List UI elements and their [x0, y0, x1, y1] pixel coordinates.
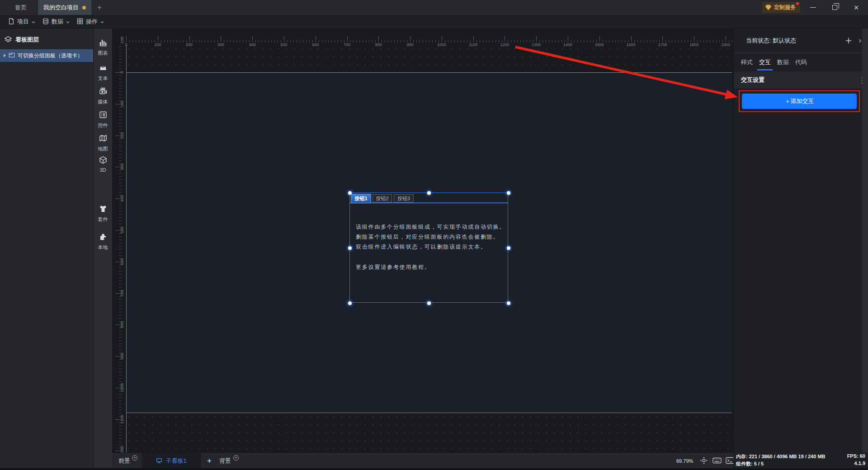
- local-icon: [99, 233, 107, 243]
- selection-handle[interactable]: [427, 301, 431, 305]
- tab-project-label: 我的空白项目: [43, 4, 79, 12]
- current-state-row: 当前状态: 默认状态: [734, 28, 868, 53]
- menu-data-label: 数据: [52, 18, 63, 26]
- component-count-status: 组件数: 5 / 5: [736, 461, 764, 468]
- diamond-icon: [765, 4, 772, 11]
- chevron-down-icon: [32, 19, 35, 25]
- dock-item-map[interactable]: 地图: [94, 134, 112, 152]
- inspector-tabs: 样式交互数据代码: [734, 53, 868, 71]
- component-tab-button3[interactable]: 按钮3: [394, 194, 414, 202]
- dock-item-label: 本地: [98, 244, 108, 251]
- close-button[interactable]: ✕: [846, 0, 866, 15]
- menu-data[interactable]: 数据: [42, 15, 70, 28]
- v-ruler-label: 600: [120, 258, 124, 265]
- subboard-tab[interactable]: 子看板1: [142, 453, 201, 469]
- dock-item-label: 媒体: [98, 99, 108, 105]
- close-icon: ✕: [854, 4, 859, 11]
- selection-handle[interactable]: [427, 191, 431, 195]
- grid-icon: [77, 18, 83, 26]
- v-ruler-label: 800: [120, 321, 124, 328]
- bar-chart-icon: [99, 38, 107, 48]
- memory-status: 内存: 221 / 3860 / 4096 MB 19 / 240 MB: [736, 453, 826, 461]
- new-tab-button[interactable]: +: [93, 0, 106, 15]
- component-tab-button2[interactable]: 按钮2: [373, 194, 392, 202]
- selection-handle[interactable]: [348, 246, 352, 250]
- dock-item-cube-3d[interactable]: 3D: [94, 156, 112, 173]
- layers-list: 可切换分组面板（选项卡）: [0, 49, 93, 62]
- database-icon: [42, 18, 49, 26]
- v-ruler-label: 1100: [120, 415, 124, 423]
- menu-operation[interactable]: 操作: [77, 15, 104, 28]
- inspector-scrollbar[interactable]: [862, 28, 868, 452]
- add-foreground-icon[interactable]: +: [132, 455, 137, 461]
- minimize-icon: [810, 7, 816, 8]
- dock-item-media[interactable]: 媒体: [94, 87, 112, 105]
- dock-item-text[interactable]: 文本: [94, 64, 112, 82]
- dock-item-label: 套件: [98, 216, 108, 223]
- menu-operation-label: 操作: [86, 18, 98, 26]
- v-ruler-label: 400: [120, 195, 124, 202]
- dock-item-local[interactable]: 本地: [94, 233, 112, 251]
- selection-handle[interactable]: [348, 301, 352, 305]
- dock-item-kit[interactable]: 套件: [94, 205, 112, 223]
- minimize-button[interactable]: [803, 0, 823, 15]
- menu-project[interactable]: 项目: [8, 15, 35, 28]
- active-tab-underline: [757, 69, 773, 70]
- chevron-down-icon: [66, 19, 70, 25]
- fit-view-icon: [700, 456, 708, 465]
- selection-handle[interactable]: [507, 246, 510, 250]
- v-ruler-label: 0: [120, 71, 124, 73]
- tab-home[interactable]: 首页: [6, 0, 35, 15]
- custom-service-button[interactable]: 定制服务: [762, 2, 800, 13]
- selection-handle[interactable]: [507, 191, 510, 195]
- shortcut-keys-button[interactable]: [712, 456, 722, 466]
- caret-right-icon[interactable]: [4, 54, 6, 57]
- plus-icon: +: [97, 3, 102, 12]
- layers-panel-header: 看板图层: [0, 28, 93, 49]
- layer-item[interactable]: 可切换分组面板（选项卡）: [0, 49, 93, 62]
- restore-icon: [832, 5, 837, 10]
- add-subboard-button[interactable]: +: [203, 453, 216, 469]
- toolbar: 项目数据操作 发布 预览: [0, 15, 868, 28]
- foreground-button[interactable]: 前景: [118, 453, 130, 469]
- current-state-label: 当前状态: 默认状态: [746, 37, 796, 45]
- horizontal-ruler: [125, 36, 733, 42]
- inspector-tab-code[interactable]: 代码: [795, 53, 807, 71]
- tab-home-label: 首页: [15, 4, 27, 12]
- inspector-tab-data[interactable]: 数据: [777, 53, 789, 71]
- maximize-button[interactable]: [825, 0, 844, 15]
- v-ruler-label: 100: [120, 100, 124, 107]
- dock-item-bar-chart[interactable]: 图表: [94, 38, 112, 56]
- placeholder-line: 更多设置请参考使用教程。: [356, 262, 507, 272]
- menu-project-label: 项目: [17, 18, 29, 26]
- add-background-icon[interactable]: +: [233, 455, 239, 461]
- background-button[interactable]: 背景: [219, 453, 231, 469]
- highlight-annotation-box: [739, 90, 860, 112]
- title-bar: 首页 我的空白项目 + 定制服务 ✕: [0, 0, 868, 15]
- component-placeholder-text: 该组件由多个分组面板组成，可实现手动或自动切换。删除某个按钮后，对应分组面板的内…: [356, 222, 507, 272]
- dock-item-label: 图表: [98, 50, 108, 56]
- fit-view-button[interactable]: [700, 456, 708, 466]
- dock-item-label: 3D: [99, 167, 106, 173]
- tab-panel-icon: [9, 52, 15, 60]
- layer-item-label: 可切换分组面板（选项卡）: [18, 52, 83, 60]
- dock-item-widget[interactable]: 控件: [94, 111, 112, 129]
- placeholder-line: 双击组件进入编辑状态，可以删除该提示文本。: [356, 242, 507, 252]
- v-ruler-label: 300: [120, 164, 124, 170]
- v-ruler-label: 1200: [120, 446, 124, 452]
- offscreen-grid-bottom: [125, 413, 733, 452]
- app-version: 4.1.9: [854, 461, 865, 468]
- interaction-settings-title: 交互设置: [741, 76, 764, 84]
- tab-panel-component[interactable]: 按钮1按钮2按钮3 该组件由多个分组面板组成，可实现手动或自动切换。删除某个按钮…: [349, 193, 508, 303]
- inspector-tab-style[interactable]: 样式: [741, 53, 753, 71]
- component-tab-button1[interactable]: 按钮1: [351, 194, 371, 203]
- unsaved-dot-icon: [82, 6, 86, 9]
- canvas[interactable]: 0100200300400500600700800900100011001200…: [112, 28, 733, 452]
- selection-handle[interactable]: [348, 191, 352, 195]
- selection-handle[interactable]: [507, 301, 510, 305]
- expand-states-icon[interactable]: [858, 39, 862, 43]
- add-state-icon[interactable]: [845, 38, 852, 44]
- inspector-tab-interaction[interactable]: 交互: [759, 53, 771, 71]
- tab-project[interactable]: 我的空白项目: [38, 0, 91, 15]
- window-bottom-edge: [0, 468, 868, 470]
